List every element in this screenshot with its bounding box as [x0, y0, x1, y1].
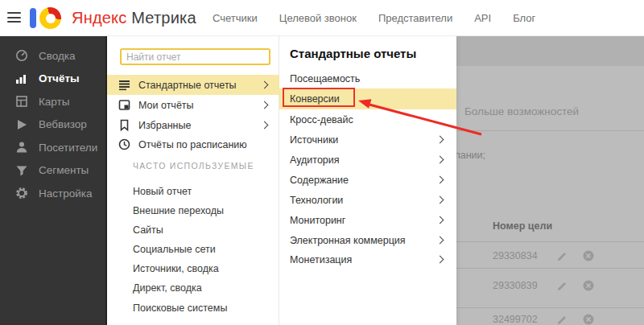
top-bar: Яндекс Метрика Счетчики Целевой звонок П… [0, 0, 644, 36]
reports-menu-panel: Стандартные отчеты Мои отчёты Избранные … [107, 36, 279, 325]
sidebar-item-summary[interactable]: Сводка [0, 44, 105, 68]
frequent-item-sites[interactable]: Сайты [133, 222, 163, 238]
x-circle-icon [583, 280, 594, 291]
more-features-link: Больше возможностей [464, 105, 579, 117]
submenu-item-label: Монетизация [290, 254, 352, 265]
sidebar-item-reports[interactable]: Отчёты [0, 68, 105, 91]
app-title: Яндекс Метрика [72, 9, 196, 27]
chevron-right-icon [436, 176, 444, 184]
submenu-item-sources[interactable]: Источники [279, 130, 456, 150]
frequent-item-social-networks[interactable]: Социальные сети [133, 241, 216, 257]
goal-table-row: 32499702 [493, 311, 638, 325]
chevron-right-icon [436, 136, 444, 144]
play-icon [14, 117, 28, 131]
menu-item-label: Мои отчёты [138, 100, 194, 111]
chevron-right-icon [436, 216, 444, 224]
chevron-right-icon [436, 237, 444, 245]
submenu-item-label: Мониторинг [290, 215, 345, 226]
submenu-item-cross-device[interactable]: Кросс-девайс [279, 109, 456, 130]
person-icon [14, 141, 28, 154]
pencil-icon [557, 280, 568, 291]
submenu-item-label: Конверсии [290, 93, 340, 105]
menu-item-label: Избранные [138, 120, 191, 131]
frequently-used-header: ЧАСТО ИСПОЛЬЗУЕМЫЕ [133, 161, 254, 171]
menu-item-label: Отчёты по расписанию [138, 139, 247, 150]
goal-id: 29330834 [493, 250, 543, 261]
goal-table-row: 29330834 [493, 247, 638, 265]
submenu-item-technologies[interactable]: Технологии [279, 190, 456, 210]
nav-counters[interactable]: Счетчики [213, 12, 258, 24]
stack-icon [118, 79, 130, 91]
logo-blue-bar-icon [30, 8, 36, 28]
divider [456, 241, 644, 242]
chevron-right-icon [436, 256, 444, 264]
goal-id: 29330839 [493, 280, 543, 291]
sidebar-item-label: Сводка [39, 50, 76, 62]
chevron-right-icon [436, 196, 444, 204]
funnel-icon [14, 163, 28, 177]
nav-blog[interactable]: Блог [513, 12, 535, 24]
submenu-item-monetization[interactable]: Монетизация [279, 249, 456, 269]
divider [456, 130, 644, 131]
submenu-item-traffic[interactable]: Посещаемость [279, 68, 456, 88]
dimmed-background[interactable]: Больше возможностей пании; Номер цели 29… [456, 36, 644, 325]
frequent-item-sources-summary[interactable]: Источники, сводка [133, 261, 219, 277]
frequent-item-external-transitions[interactable]: Внешние переходы [133, 203, 224, 219]
submenu-item-label: Посещаемость [290, 73, 360, 84]
submenu-item-monitoring[interactable]: Мониторинг [279, 210, 456, 230]
pencil-icon [557, 250, 568, 261]
x-circle-icon [583, 314, 594, 325]
report-search-input[interactable] [120, 48, 270, 65]
menu-item-favorites[interactable]: Избранные [107, 115, 279, 135]
goal-id: 32499702 [493, 314, 543, 325]
sidebar-item-label: Посетители [39, 142, 97, 154]
gauge-icon [14, 49, 28, 63]
window-icon [118, 99, 130, 111]
frequent-item-new-report[interactable]: Новый отчет [133, 183, 192, 200]
chevron-right-icon [261, 101, 269, 109]
sidebar-item-maps[interactable]: Карты [0, 90, 105, 113]
sidebar-item-label: Вебвизор [39, 118, 87, 130]
sidebar-item-label: Отчёты [39, 72, 80, 84]
divider [456, 268, 644, 269]
submenu-item-audience[interactable]: Аудитория [279, 150, 456, 170]
bookmark-icon [118, 119, 130, 131]
yandex-metrika-app: Яндекс Метрика Счетчики Целевой звонок П… [0, 0, 644, 325]
goal-table-row: 29330839 [493, 277, 638, 294]
background-header-band [456, 36, 644, 66]
sidebar-item-label: Карты [39, 96, 69, 108]
menu-item-standard-reports[interactable]: Стандартные отчеты [107, 75, 279, 95]
nav-target-call[interactable]: Целевой звонок [279, 12, 357, 24]
submenu-item-label: Технологии [290, 195, 343, 206]
chevron-right-icon [436, 156, 444, 164]
bar-chart-icon [14, 72, 28, 85]
sidebar-item-webvisor[interactable]: Вебвизор [0, 113, 105, 137]
nav-api[interactable]: API [474, 12, 491, 24]
submenu-item-label: Источники [290, 134, 338, 146]
submenu-item-conversions[interactable]: Конверсии [279, 88, 456, 109]
clock-icon [118, 138, 130, 150]
submenu-item-label: Аудитория [290, 154, 340, 166]
frequent-item-direct-summary[interactable]: Директ, сводка [133, 280, 202, 296]
nav-representatives[interactable]: Представители [378, 12, 452, 24]
map-grid-icon [14, 95, 28, 109]
sidebar-item-visitors[interactable]: Посетители [0, 136, 105, 159]
pencil-icon [557, 314, 568, 325]
hamburger-menu-icon[interactable] [7, 12, 21, 23]
background-text-fragment: пании; [456, 150, 485, 161]
menu-item-scheduled-reports[interactable]: Отчёты по расписанию [107, 134, 279, 154]
metrika-logo[interactable] [30, 7, 68, 29]
sidebar-item-segments[interactable]: Сегменты [0, 159, 105, 183]
brand-yandex: Яндекс [72, 9, 126, 27]
submenu-item-content[interactable]: Содержание [279, 170, 456, 190]
frequent-item-search-engines[interactable]: Поисковые системы [133, 300, 227, 316]
sidebar-item-label: Сегменты [39, 164, 89, 176]
submenu-item-ecommerce[interactable]: Электронная коммерция [279, 230, 456, 250]
goal-number-column-header: Номер цели [493, 220, 552, 232]
menu-item-my-reports[interactable]: Мои отчёты [107, 95, 279, 115]
divider [456, 307, 644, 308]
sidebar-item-settings[interactable]: Настройка [0, 182, 105, 205]
logo-donut-icon [39, 7, 61, 29]
chevron-right-icon [261, 121, 269, 130]
top-navigation: Счетчики Целевой звонок Представители AP… [213, 0, 535, 36]
